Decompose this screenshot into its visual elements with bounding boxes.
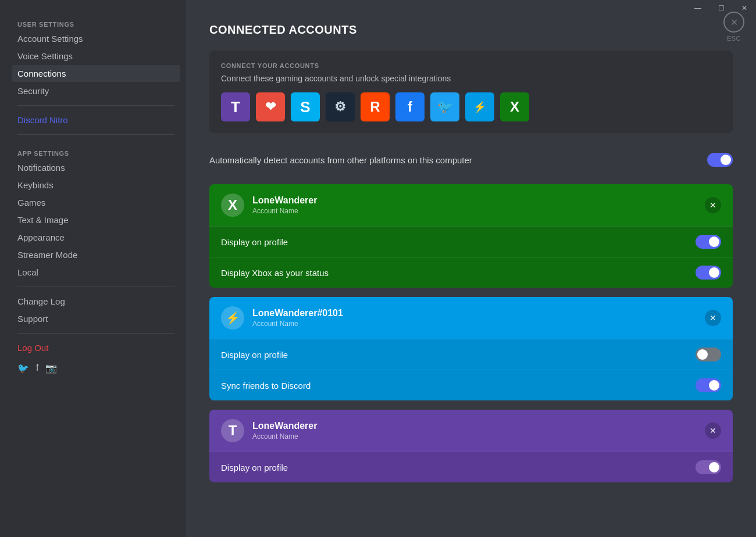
xbox-account-info: X LoneWanderer Account Name bbox=[221, 194, 317, 217]
twitch-icon: T bbox=[221, 419, 244, 442]
platform-twitch[interactable]: T bbox=[221, 92, 250, 121]
twitch-display-profile-toggle[interactable] bbox=[696, 460, 721, 474]
sidebar-item-account-settings[interactable]: Account Settings bbox=[12, 30, 180, 47]
sidebar-item-voice-settings[interactable]: Voice Settings bbox=[12, 48, 180, 65]
twitch-account-card: T LoneWanderer Account Name ✕ Display on… bbox=[209, 410, 733, 482]
main-content: — ☐ ✕ ✕ ESC CONNECTED ACCOUNTS CONNECT Y… bbox=[186, 0, 756, 537]
close-circle-icon[interactable]: ✕ bbox=[723, 12, 744, 33]
platform-icons-list: T ❤ S ⚙ R f 🐦 ⚡ X bbox=[221, 92, 721, 121]
xbox-account-card: X LoneWanderer Account Name ✕ Display on… bbox=[209, 184, 733, 288]
window-controls: — ☐ ✕ bbox=[686, 0, 756, 16]
twitch-display-profile-row: Display on profile bbox=[209, 452, 733, 482]
platform-amazon[interactable]: ❤ bbox=[256, 92, 285, 121]
xbox-status-toggle[interactable] bbox=[696, 266, 721, 280]
user-settings-label: USER SETTINGS bbox=[12, 12, 180, 30]
platform-battlenet[interactable]: ⚡ bbox=[465, 92, 494, 121]
battlenet-account-details: LoneWanderer#0101 Account Name bbox=[252, 308, 343, 328]
app-settings-label: APP SETTINGS bbox=[12, 141, 180, 159]
xbox-remove-button[interactable]: ✕ bbox=[705, 197, 721, 213]
battlenet-username: LoneWanderer#0101 bbox=[252, 308, 343, 318]
twitch-account-label: Account Name bbox=[252, 432, 317, 441]
auto-detect-row: Automatically detect accounts from other… bbox=[209, 145, 733, 175]
sidebar-item-change-log[interactable]: Change Log bbox=[12, 293, 180, 310]
divider-2 bbox=[17, 134, 174, 135]
battlenet-display-profile-toggle[interactable] bbox=[696, 348, 721, 361]
xbox-account-header: X LoneWanderer Account Name ✕ bbox=[209, 184, 733, 226]
xbox-display-profile-toggle[interactable] bbox=[696, 235, 721, 249]
battlenet-account-card: ⚡ LoneWanderer#0101 Account Name ✕ Displ… bbox=[209, 297, 733, 400]
twitch-account-info: T LoneWanderer Account Name bbox=[221, 419, 317, 442]
twitch-username: LoneWanderer bbox=[252, 421, 317, 431]
twitch-account-details: LoneWanderer Account Name bbox=[252, 421, 317, 441]
sidebar-item-streamer-mode[interactable]: Streamer Mode bbox=[12, 246, 180, 263]
battlenet-display-profile-label: Display on profile bbox=[221, 350, 288, 360]
connect-accounts-label: CONNECT YOUR ACCOUNTS bbox=[221, 62, 721, 69]
xbox-icon: X bbox=[221, 194, 244, 217]
battlenet-icon: ⚡ bbox=[221, 306, 244, 330]
facebook-social-icon[interactable]: f bbox=[36, 363, 38, 374]
minimize-button[interactable]: — bbox=[686, 0, 709, 16]
twitch-remove-button[interactable]: ✕ bbox=[705, 423, 721, 439]
twitch-account-header: T LoneWanderer Account Name ✕ bbox=[209, 410, 733, 452]
esc-label: ESC bbox=[727, 35, 741, 42]
platform-skype[interactable]: S bbox=[291, 92, 320, 121]
sidebar-item-games[interactable]: Games bbox=[12, 194, 180, 211]
xbox-account-details: LoneWanderer Account Name bbox=[252, 195, 317, 215]
platform-facebook[interactable]: f bbox=[395, 92, 425, 121]
platform-steam[interactable]: ⚙ bbox=[326, 92, 355, 121]
battlenet-account-header: ⚡ LoneWanderer#0101 Account Name ✕ bbox=[209, 297, 733, 339]
xbox-username: LoneWanderer bbox=[252, 195, 317, 206]
xbox-account-label: Account Name bbox=[252, 207, 317, 215]
sidebar-item-connections[interactable]: Connections bbox=[12, 65, 180, 82]
sidebar: USER SETTINGS Account Settings Voice Set… bbox=[0, 0, 186, 537]
battlenet-display-profile-row: Display on profile bbox=[209, 339, 733, 370]
divider-4 bbox=[17, 333, 174, 334]
divider-3 bbox=[17, 287, 174, 287]
battlenet-remove-button[interactable]: ✕ bbox=[705, 310, 721, 326]
xbox-status-label: Display Xbox as your status bbox=[221, 268, 329, 278]
connect-accounts-box: CONNECT YOUR ACCOUNTS Connect these gami… bbox=[209, 51, 733, 133]
xbox-display-profile-label: Display on profile bbox=[221, 237, 288, 247]
platform-xbox[interactable]: X bbox=[500, 92, 529, 121]
battlenet-account-info: ⚡ LoneWanderer#0101 Account Name bbox=[221, 306, 343, 330]
battlenet-account-label: Account Name bbox=[252, 320, 343, 328]
platform-reddit[interactable]: R bbox=[361, 92, 390, 121]
social-links: 🐦 f 📷 bbox=[12, 357, 180, 380]
sidebar-item-keybinds[interactable]: Keybinds bbox=[12, 177, 180, 194]
twitch-display-profile-label: Display on profile bbox=[221, 463, 288, 472]
xbox-display-profile-row: Display on profile bbox=[209, 226, 733, 257]
sidebar-item-discord-nitro[interactable]: Discord Nitro bbox=[12, 112, 180, 128]
auto-detect-label: Automatically detect accounts from other… bbox=[209, 155, 472, 165]
page-title: CONNECTED ACCOUNTS bbox=[209, 23, 733, 37]
sidebar-item-text-image[interactable]: Text & Image bbox=[12, 212, 180, 228]
sidebar-item-appearance[interactable]: Appearance bbox=[12, 229, 180, 246]
sidebar-item-local[interactable]: Local bbox=[12, 264, 180, 281]
sidebar-item-support[interactable]: Support bbox=[12, 310, 180, 327]
auto-detect-toggle[interactable] bbox=[707, 153, 733, 167]
platform-twitter[interactable]: 🐦 bbox=[430, 92, 459, 121]
close-overlay[interactable]: ✕ ESC bbox=[723, 12, 744, 42]
connect-accounts-desc: Connect these gaming accounts and unlock… bbox=[221, 74, 721, 83]
sidebar-item-security[interactable]: Security bbox=[12, 83, 180, 99]
twitter-social-icon[interactable]: 🐦 bbox=[17, 363, 29, 374]
auto-detect-toggle-thumb bbox=[721, 155, 731, 165]
battlenet-sync-row: Sync friends to Discord bbox=[209, 370, 733, 400]
battlenet-sync-toggle[interactable] bbox=[696, 378, 721, 392]
instagram-social-icon[interactable]: 📷 bbox=[45, 363, 57, 374]
sidebar-item-notifications[interactable]: Notifications bbox=[12, 159, 180, 176]
divider-1 bbox=[17, 105, 174, 106]
sidebar-item-logout[interactable]: Log Out bbox=[12, 339, 180, 356]
xbox-status-row: Display Xbox as your status bbox=[209, 257, 733, 288]
battlenet-sync-label: Sync friends to Discord bbox=[221, 381, 311, 391]
